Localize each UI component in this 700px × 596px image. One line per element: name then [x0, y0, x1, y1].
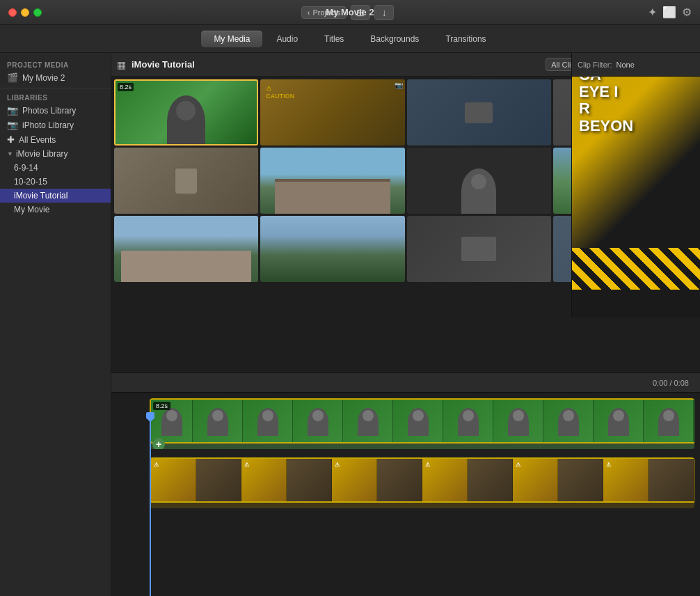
preview-text: CAEYE IRBEYON: [579, 67, 633, 134]
film-frame-1-6: [393, 400, 443, 444]
preview-stripes: [572, 248, 700, 290]
film-frame-2-9: ⚠: [513, 459, 558, 503]
person-figure: [558, 408, 579, 436]
track-main-1[interactable]: 8.2s: [150, 398, 694, 444]
download-icon: ↓: [382, 7, 387, 18]
film-frame-1-7: [443, 400, 493, 444]
sidebar-toggle-icon[interactable]: ▦: [117, 59, 126, 70]
film-frame-1-3: [243, 400, 293, 444]
film-frame-1-9: [543, 400, 594, 444]
media-browser-title: iMovie Tutorial: [132, 59, 195, 70]
sidebar-item-10-20-15[interactable]: 10-20-15: [0, 175, 111, 189]
sidebar-item-6-9-14[interactable]: 6-9-14: [0, 161, 111, 175]
tab-audio[interactable]: Audio: [264, 31, 310, 47]
sidebar-item-imovie-tutorial[interactable]: iMovie Tutorial: [0, 189, 111, 203]
settings-icon[interactable]: ⚙: [682, 6, 692, 19]
media-thumbnail-2[interactable]: 📷 ⚠CAUTION: [260, 79, 404, 146]
tab-backgrounds[interactable]: Backgrounds: [358, 31, 431, 47]
traffic-lights: [8, 8, 42, 17]
maximize-button[interactable]: [33, 8, 42, 17]
preview-content: CAEYE IRBEYON: [572, 53, 700, 290]
film-frame-2-8: [468, 459, 513, 503]
film-frame-2-2: [196, 459, 241, 503]
sidebar-item-my-movie-lib[interactable]: My Movie: [0, 203, 111, 217]
photos-icon: 📷: [7, 105, 18, 116]
thumbnail-duration-1: 8.2s: [118, 83, 134, 91]
close-button[interactable]: [8, 8, 17, 17]
film-frame-2-3: ⚠: [241, 459, 287, 503]
filmstrip-1: [151, 400, 694, 442]
toolbar: My Media Audio Titles Backgrounds Transi…: [0, 25, 700, 53]
clip-filter-bar: Clip Filter: None: [571, 53, 700, 77]
media-thumbnail-10[interactable]: [260, 216, 404, 282]
tab-titles[interactable]: Titles: [312, 31, 356, 47]
film-frame-2-6: [377, 459, 422, 503]
person-figure: [257, 408, 278, 436]
main-layout: PROJECT MEDIA 🎬 My Movie 2 LIBRARIES 📷 P…: [0, 53, 700, 596]
film-frame-2-10: [558, 459, 603, 503]
person-figure: [658, 408, 679, 436]
content-area: Clip Filter: None ▦ iMovie Tutorial All …: [111, 53, 700, 596]
media-thumbnail-9[interactable]: [114, 216, 258, 282]
preview-area: CAEYE IRBEYON: [571, 53, 700, 317]
film-frame-1-11: [644, 400, 694, 444]
film-frame-2-1: ⚠: [151, 459, 196, 503]
triangle-down-icon: ▼: [7, 150, 13, 157]
camera-icon-2: 📷: [395, 81, 403, 89]
track-1: 8.2s: [150, 398, 694, 449]
titlebar-right-controls: ✦ ⬜ ⚙: [648, 6, 692, 19]
film-frame-2-4: [287, 459, 332, 503]
sidebar-item-my-movie[interactable]: 🎬 My Movie 2: [0, 70, 111, 85]
download-button[interactable]: ↓: [374, 5, 394, 20]
sidebar-item-iphoto-library[interactable]: 📷 iPhoto Library: [0, 118, 111, 132]
timeline-content: 8.2s: [111, 393, 700, 577]
titlebar: ‹ Projects ⊞ ↓ My Movie 2 ✦ ⬜ ⚙: [0, 0, 700, 25]
film-frame-2-5: ⚠: [332, 459, 377, 503]
film-frame-1-2: [193, 400, 243, 444]
tab-my-media[interactable]: My Media: [201, 31, 262, 47]
playhead[interactable]: [150, 412, 151, 596]
film-frame-2-11: ⚠: [603, 459, 649, 503]
person-figure: [608, 408, 629, 436]
media-thumbnail-7[interactable]: [407, 148, 551, 214]
film-frame-1-12: [694, 400, 694, 444]
minimize-button[interactable]: [21, 8, 29, 17]
media-thumbnail-11[interactable]: [407, 216, 551, 282]
sidebar-item-photos-library[interactable]: 📷 Photos Library: [0, 103, 111, 118]
person-figure: [458, 408, 479, 436]
filmstrip-2: ⚠ ⚠ ⚠ ⚠: [151, 459, 694, 501]
film-frame-1-5: [343, 400, 393, 444]
film-frame-2-7: ⚠: [422, 459, 468, 503]
person-figure: [408, 408, 429, 436]
window-title: My Movie 2: [326, 7, 374, 17]
film-frame-1-8: [493, 400, 543, 444]
media-thumbnail-3[interactable]: [407, 79, 551, 146]
sidebar: PROJECT MEDIA 🎬 My Movie 2 LIBRARIES 📷 P…: [0, 53, 111, 596]
plus-icon: ✚: [7, 134, 15, 145]
media-thumbnail-5[interactable]: [114, 148, 258, 214]
film-frame-1-10: [594, 400, 644, 444]
track-add-button-1[interactable]: +: [152, 438, 165, 449]
tab-transitions[interactable]: Transitions: [433, 31, 498, 47]
libraries-label: LIBRARIES: [0, 91, 111, 103]
project-media-label: PROJECT MEDIA: [0, 58, 111, 70]
person-figure: [308, 408, 328, 436]
person-figure: [161, 408, 182, 436]
sidebar-item-imovie-library[interactable]: ▼ iMovie Library: [0, 147, 111, 161]
clip-filter-label: Clip Filter:: [578, 61, 612, 69]
film-frame-2-13: ⚠: [694, 459, 694, 503]
frame-icon[interactable]: ⬜: [662, 6, 676, 19]
sidebar-item-all-events[interactable]: ✚ All Events: [0, 132, 111, 147]
time-display: 0:00 / 0:08: [653, 379, 689, 387]
media-thumbnail-6[interactable]: [260, 148, 404, 214]
film-frame-2-12: [649, 459, 694, 503]
media-thumbnail-1[interactable]: 8.2s: [114, 79, 258, 146]
chevron-left-icon: ‹: [308, 8, 310, 17]
track-secondary-1[interactable]: ⚠ ⚠ ⚠ ⚠: [150, 457, 694, 503]
film-icon: 🎬: [7, 72, 18, 83]
timeline[interactable]: 8.2s: [111, 393, 700, 596]
person-figure: [358, 408, 379, 436]
person-figure: [508, 408, 529, 436]
track-2: ⚠ ⚠ ⚠ ⚠: [150, 457, 694, 508]
magic-wand-icon[interactable]: ✦: [648, 6, 657, 19]
